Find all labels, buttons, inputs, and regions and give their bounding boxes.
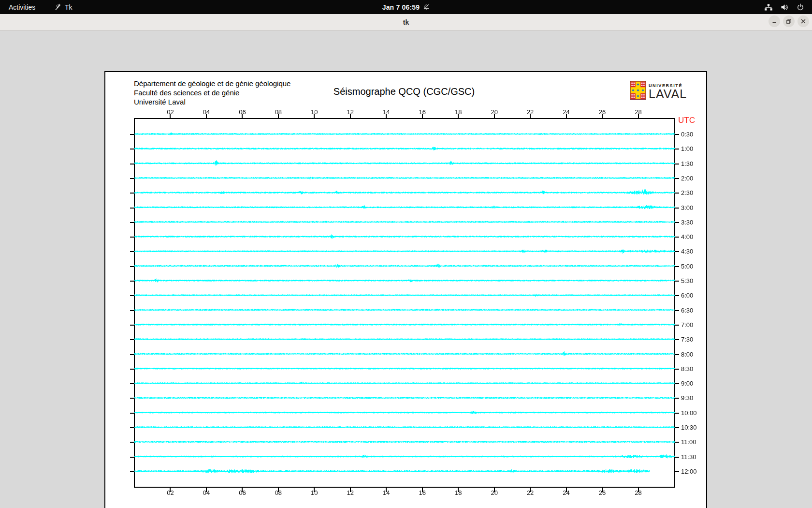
clock-text: Jan 7 06:59	[382, 3, 420, 11]
volume-icon	[781, 3, 789, 11]
close-icon	[800, 18, 807, 25]
activities-button[interactable]: Activities	[3, 0, 41, 14]
maximize-button[interactable]	[783, 15, 795, 27]
window-title: tk	[403, 18, 409, 26]
minimize-icon	[771, 18, 778, 25]
desktop-screen: Activities Tk Jan 7 06:59	[0, 0, 812, 508]
helicorder-canvas	[121, 108, 701, 505]
tk-feather-icon	[54, 3, 62, 11]
page-title: Séismographe QCQ (CGC/GSC)	[334, 86, 475, 97]
gnome-top-bar: Activities Tk Jan 7 06:59	[0, 0, 812, 14]
window-title-bar[interactable]: tk	[0, 14, 812, 30]
app-menu-label: Tk	[65, 3, 72, 11]
power-icon	[797, 3, 804, 11]
laval-wordmark: UNIVERSITÉ LAVAL	[649, 83, 687, 99]
universite-laval-logo: UNIVERSITÉ LAVAL	[630, 81, 687, 102]
clock-button[interactable]: Jan 7 06:59	[377, 0, 436, 14]
app-menu-tk[interactable]: Tk	[48, 0, 78, 14]
institution-line-3: Université Laval	[134, 97, 290, 106]
minimize-button[interactable]	[768, 15, 780, 27]
institution-line-2: Faculté des sciences et de génie	[134, 88, 290, 97]
maximize-icon	[785, 18, 792, 25]
system-status-area[interactable]	[759, 0, 809, 14]
activities-label: Activities	[9, 3, 35, 11]
institution-block: Département de géologie et de génie géol…	[134, 79, 290, 106]
institution-line-1: Département de géologie et de génie géol…	[134, 79, 290, 88]
bell-muted-icon	[422, 3, 430, 11]
network-wired-icon	[764, 3, 773, 11]
utc-axis-label: UTC	[678, 116, 695, 125]
tk-window-content: Département de géologie et de génie géol…	[0, 30, 812, 508]
logo-laval-text: LAVAL	[649, 89, 687, 99]
close-button[interactable]	[798, 15, 809, 27]
laval-crest-icon	[630, 81, 646, 102]
